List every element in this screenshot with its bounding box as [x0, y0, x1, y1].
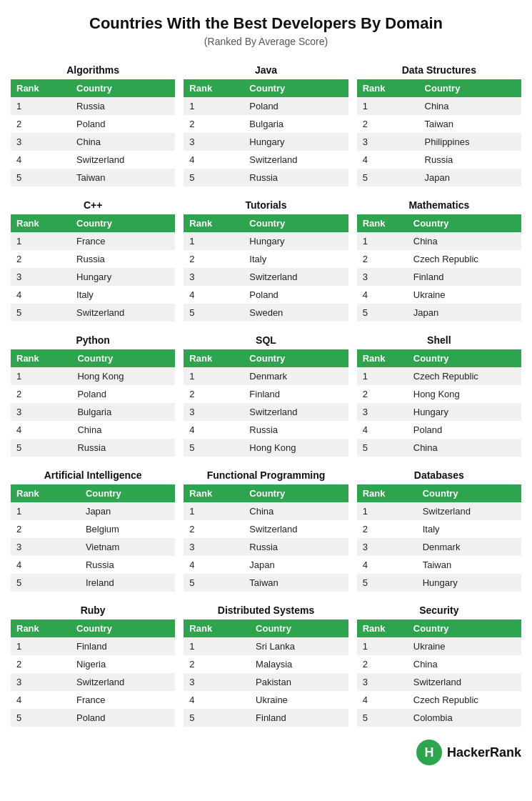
domain-title-data-structures: Data Structures: [357, 64, 521, 76]
country-cell: Ukraine: [408, 637, 521, 655]
rank-cell: 2: [184, 655, 250, 673]
table-header-rank: Rank: [184, 214, 244, 232]
domain-title-sql: SQL: [184, 334, 348, 346]
country-cell: Russia: [71, 97, 175, 115]
domain-block-functional-programming: Functional ProgrammingRankCountry1China2…: [184, 469, 348, 592]
country-cell: Sri Lanka: [250, 637, 348, 655]
table-header-country: Country: [80, 484, 175, 502]
country-cell: Poland: [244, 97, 348, 115]
domain-title-ruby: Ruby: [11, 605, 175, 616]
domain-title-security: Security: [357, 605, 521, 616]
domain-table-shell: RankCountry1Czech Republic2Hong Kong3Hun…: [357, 349, 521, 457]
country-cell: Taiwan: [244, 574, 348, 592]
table-header-country: Country: [408, 214, 521, 232]
rank-cell: 3: [11, 403, 71, 421]
country-cell: Hungary: [244, 133, 348, 151]
country-cell: Ukraine: [408, 286, 521, 304]
country-cell: Japan: [408, 304, 521, 322]
country-cell: Denmark: [417, 538, 521, 556]
domain-table-tutorials: RankCountry1Hungary2Italy3Switzerland4Po…: [184, 214, 348, 322]
rank-cell: 1: [11, 97, 71, 115]
table-header-country: Country: [244, 79, 348, 97]
country-cell: Italy: [417, 520, 521, 538]
rank-cell: 3: [11, 133, 71, 151]
domain-table-databases: RankCountry1Switzerland2Italy3Denmark4Ta…: [357, 484, 521, 592]
domain-block-data-structures: Data StructuresRankCountry1China2Taiwan3…: [357, 64, 521, 186]
country-cell: Malaysia: [250, 655, 348, 673]
rank-cell: 3: [357, 673, 408, 691]
domain-table-algorithms: RankCountry1Russia2Poland3China4Switzerl…: [11, 79, 175, 186]
rank-cell: 1: [184, 502, 244, 520]
table-row: 1Poland: [184, 97, 348, 115]
rank-cell: 4: [184, 286, 244, 304]
table-row: 3Hungary: [11, 268, 175, 286]
table-row: 3China: [11, 133, 175, 151]
rank-cell: 5: [357, 304, 408, 322]
domain-title-mathematics: Mathematics: [357, 199, 521, 211]
table-row: 2China: [357, 655, 521, 673]
table-header-country: Country: [408, 620, 521, 637]
rank-cell: 1: [11, 232, 71, 250]
table-row: 2Bulgaria: [184, 115, 348, 133]
rank-cell: 1: [357, 232, 408, 250]
country-cell: Switzerland: [408, 673, 521, 691]
table-row: 1Hungary: [184, 232, 348, 250]
table-row: 3Bulgaria: [11, 403, 175, 421]
table-header-rank: Rank: [357, 79, 419, 97]
table-header-country: Country: [244, 214, 348, 232]
table-row: 4Italy: [11, 286, 175, 304]
table-row: 4China: [11, 421, 175, 439]
domain-table-artificial-intelligence: RankCountry1Japan2Belgium3Vietnam4Russia…: [11, 484, 175, 592]
country-cell: Hong Kong: [244, 439, 348, 457]
rank-cell: 2: [11, 520, 80, 538]
country-cell: Switzerland: [244, 268, 348, 286]
table-row: 3Russia: [184, 538, 348, 556]
table-row: 5Japan: [357, 304, 521, 322]
table-header-rank: Rank: [11, 349, 71, 367]
table-row: 2Hong Kong: [357, 385, 521, 403]
table-row: 5Japan: [357, 169, 521, 186]
rank-cell: 5: [11, 439, 71, 457]
table-row: 1Japan: [11, 502, 175, 520]
table-row: 1France: [11, 232, 175, 250]
country-cell: Russia: [80, 556, 175, 574]
country-cell: Finland: [244, 385, 348, 403]
table-header-country: Country: [250, 620, 348, 637]
table-row: 5Russia: [11, 439, 175, 457]
table-row: 4France: [11, 691, 175, 709]
rank-cell: 1: [184, 637, 250, 655]
rank-cell: 5: [184, 574, 244, 592]
country-cell: Hungary: [408, 403, 521, 421]
page-subtitle: (Ranked By Average Score): [11, 36, 521, 47]
domain-block-sql: SQLRankCountry1Denmark2Finland3Switzerla…: [184, 334, 348, 457]
table-header-rank: Rank: [357, 620, 408, 637]
country-cell: Hungary: [71, 268, 175, 286]
table-row: 1Ukraine: [357, 637, 521, 655]
domains-grid: AlgorithmsRankCountry1Russia2Poland3Chin…: [11, 64, 521, 727]
rank-cell: 5: [11, 304, 71, 322]
table-row: 4Russia: [357, 151, 521, 169]
table-row: 5Finland: [184, 709, 348, 727]
table-header-rank: Rank: [11, 79, 71, 97]
domain-title-java: Java: [184, 64, 348, 76]
rank-cell: 2: [184, 250, 244, 268]
country-cell: Sweden: [244, 304, 348, 322]
table-row: 1Hong Kong: [11, 367, 175, 385]
domain-block-databases: DatabasesRankCountry1Switzerland2Italy3D…: [357, 469, 521, 592]
country-cell: Russia: [244, 538, 348, 556]
rank-cell: 1: [184, 367, 244, 385]
table-row: 2Italy: [184, 250, 348, 268]
country-cell: Vietnam: [80, 538, 175, 556]
table-row: 1Finland: [11, 637, 175, 655]
table-row: 2Czech Republic: [357, 250, 521, 268]
table-row: 5China: [357, 439, 521, 457]
table-header-rank: Rank: [184, 349, 244, 367]
rank-cell: 5: [184, 169, 244, 186]
table-header-country: Country: [417, 484, 521, 502]
page-title: Countries With the Best Developers By Do…: [11, 14, 521, 33]
table-row: 4Switzerland: [11, 151, 175, 169]
rank-cell: 3: [184, 538, 244, 556]
rank-cell: 3: [184, 403, 244, 421]
table-row: 5Hungary: [357, 574, 521, 592]
table-row: 5Poland: [11, 709, 175, 727]
